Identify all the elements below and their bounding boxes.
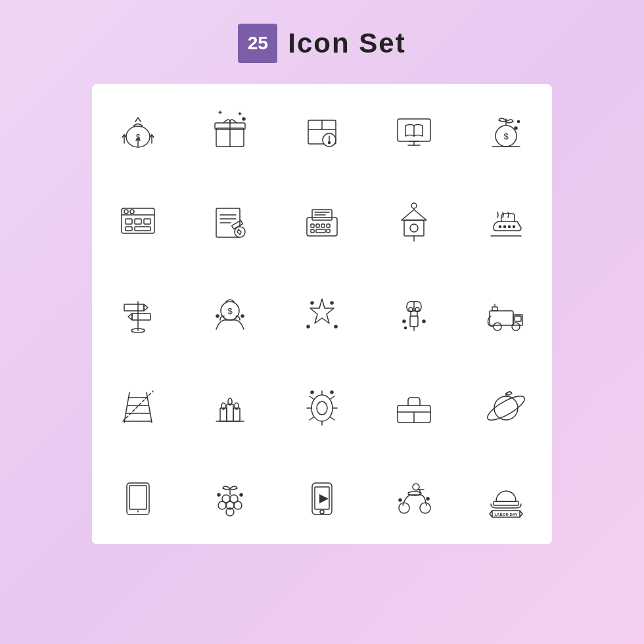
- svg-point-64: [509, 226, 511, 228]
- svg-rect-105: [220, 408, 227, 421]
- icon-money-hands[interactable]: $: [184, 268, 276, 360]
- icon-sign-post[interactable]: [92, 268, 184, 360]
- svg-marker-71: [128, 313, 132, 320]
- svg-rect-52: [327, 224, 330, 227]
- svg-text:$: $: [227, 306, 233, 316]
- icon-book-monitor[interactable]: [368, 84, 460, 176]
- svg-rect-37: [126, 227, 132, 231]
- icon-video-phone[interactable]: [276, 452, 368, 544]
- svg-point-115: [311, 395, 333, 421]
- icon-grid: $: [92, 84, 552, 544]
- icon-typewriter[interactable]: [276, 176, 368, 268]
- svg-point-94: [494, 323, 501, 331]
- icon-truck[interactable]: [460, 268, 552, 360]
- svg-point-155: [399, 499, 402, 501]
- svg-line-120: [331, 417, 334, 420]
- icon-ladder[interactable]: [92, 360, 184, 452]
- svg-point-90: [423, 320, 425, 323]
- icon-apple-planet[interactable]: [460, 360, 552, 452]
- svg-rect-36: [144, 219, 150, 224]
- svg-rect-38: [135, 227, 150, 231]
- svg-point-148: [320, 510, 324, 514]
- icon-money-bag-up[interactable]: $: [92, 84, 184, 176]
- page-header: 25 Icon Set: [238, 24, 405, 63]
- svg-rect-106: [227, 404, 233, 421]
- svg-point-143: [218, 494, 220, 496]
- svg-point-27: [515, 127, 517, 129]
- svg-point-44: [235, 227, 245, 237]
- svg-marker-147: [319, 494, 329, 503]
- svg-point-156: [426, 497, 429, 500]
- svg-text:$: $: [503, 131, 509, 141]
- svg-rect-30: [122, 208, 154, 233]
- svg-point-12: [242, 118, 245, 120]
- icon-eco-plug[interactable]: [368, 268, 460, 360]
- icon-candles[interactable]: [184, 360, 276, 452]
- icon-iron[interactable]: [460, 176, 552, 268]
- svg-point-130: [494, 396, 518, 420]
- svg-rect-96: [492, 307, 497, 311]
- svg-rect-35: [135, 219, 141, 224]
- svg-point-32: [124, 210, 128, 214]
- svg-point-62: [499, 226, 501, 228]
- svg-point-76: [241, 315, 244, 317]
- icon-bacteria[interactable]: [276, 360, 368, 452]
- svg-marker-56: [402, 210, 426, 220]
- svg-point-95: [512, 323, 520, 331]
- svg-point-116: [317, 402, 327, 415]
- svg-line-98: [124, 392, 129, 423]
- svg-line-118: [331, 396, 334, 399]
- svg-rect-70: [132, 313, 150, 320]
- icon-starfish[interactable]: [276, 268, 368, 360]
- icon-tablet[interactable]: [92, 452, 184, 544]
- svg-rect-34: [126, 219, 132, 224]
- svg-rect-133: [127, 483, 149, 515]
- svg-text:LABOR DAY: LABOR DAY: [494, 513, 517, 517]
- page-title: Icon Set: [288, 28, 405, 59]
- icon-gift-box[interactable]: [184, 84, 276, 176]
- svg-point-18: [329, 142, 331, 144]
- svg-point-80: [307, 325, 310, 328]
- svg-point-152: [399, 503, 409, 513]
- svg-point-89: [403, 320, 405, 323]
- svg-point-91: [405, 327, 407, 329]
- svg-rect-92: [490, 311, 513, 325]
- svg-rect-57: [404, 220, 424, 236]
- svg-point-58: [410, 224, 418, 232]
- icon-grapes[interactable]: [184, 452, 276, 544]
- svg-rect-93: [515, 316, 521, 321]
- svg-point-125: [311, 391, 313, 394]
- svg-line-122: [310, 417, 313, 420]
- svg-point-78: [311, 302, 313, 304]
- icon-web-layout[interactable]: [92, 176, 184, 268]
- svg-point-79: [331, 302, 333, 304]
- icon-money-plant[interactable]: $: [460, 84, 552, 176]
- svg-marker-69: [144, 304, 148, 311]
- icon-blueprint[interactable]: [184, 176, 276, 268]
- svg-point-63: [504, 226, 506, 228]
- svg-point-140: [234, 501, 242, 509]
- svg-rect-68: [124, 304, 144, 311]
- svg-point-126: [331, 391, 333, 394]
- svg-point-28: [518, 121, 520, 123]
- svg-rect-157: [494, 501, 518, 505]
- svg-point-139: [218, 501, 226, 509]
- svg-point-144: [240, 494, 242, 496]
- icon-labor-day[interactable]: LABOR DAY: [460, 452, 552, 544]
- svg-rect-82: [410, 316, 418, 327]
- svg-rect-51: [321, 224, 325, 227]
- svg-point-60: [411, 203, 417, 208]
- icon-bird-house[interactable]: [368, 176, 460, 268]
- svg-point-154: [413, 484, 419, 490]
- svg-point-33: [130, 210, 134, 214]
- svg-point-81: [334, 325, 337, 328]
- svg-rect-55: [327, 229, 330, 233]
- svg-point-65: [513, 226, 515, 228]
- icon-scooter[interactable]: [368, 452, 460, 544]
- svg-rect-54: [316, 229, 325, 233]
- icon-toolbox[interactable]: [368, 360, 460, 452]
- svg-rect-49: [311, 224, 314, 227]
- icon-package-alert[interactable]: [276, 84, 368, 176]
- svg-rect-50: [316, 224, 319, 227]
- svg-line-124: [310, 396, 313, 399]
